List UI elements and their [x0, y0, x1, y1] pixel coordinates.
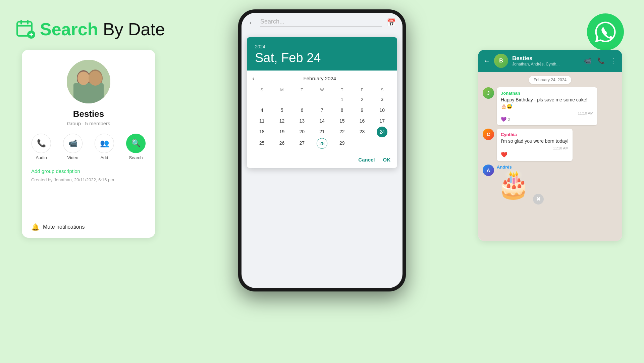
whatsapp-icon — [594, 20, 617, 44]
calendar-year: 2024 — [255, 44, 389, 49]
jonathan-sender-name: Jonathan — [501, 91, 593, 96]
cynthia-sender-name: Cynthia — [501, 132, 569, 137]
calendar-grid: S M T W T F S 1 2 3 — [252, 86, 392, 149]
cal-day-12[interactable]: 12 — [272, 116, 292, 126]
svg-point-11 — [77, 72, 90, 85]
cal-day-9[interactable]: 9 — [353, 105, 372, 115]
day-header-t2: T — [332, 86, 352, 94]
day-header-m: M — [272, 86, 292, 94]
day-header-f: F — [353, 86, 372, 94]
jonathan-avatar: J — [483, 87, 494, 99]
cal-day-22[interactable]: 22 — [332, 127, 352, 137]
calendar-prev-arrow[interactable]: ‹ — [252, 75, 255, 82]
jonathan-message-time: 11:10 AM — [501, 111, 593, 115]
avatar-image — [67, 60, 110, 103]
day-header-w: W — [312, 86, 332, 94]
calendar-dialog: 2024 Sat, Feb 24 ‹ February 2024 S M T W — [247, 37, 397, 168]
cal-day-13[interactable]: 13 — [292, 116, 312, 126]
calendar-month-label: February 2024 — [304, 76, 336, 81]
cal-day-empty-1 — [252, 94, 272, 104]
jonathan-reaction-emoji: 💜 — [501, 117, 506, 122]
cal-day-16[interactable]: 16 — [353, 116, 372, 126]
chat-panel: ← B Besties Jonathan, Andrés, Cynth... 📹… — [478, 50, 622, 241]
audio-icon-circle: 📞 — [32, 134, 51, 153]
cal-day-11[interactable]: 11 — [252, 116, 272, 126]
cal-day-empty-6 — [372, 138, 392, 149]
group-subtitle: Group · 5 members — [67, 121, 110, 126]
cal-day-27[interactable]: 27 — [292, 138, 312, 149]
andres-sticker: 🎂 — [497, 171, 530, 205]
cal-day-23[interactable]: 23 — [353, 127, 372, 137]
video-call-icon[interactable]: 📹 — [584, 57, 591, 64]
message-cynthia: C Cynthia I'm so glad you were born toda… — [483, 129, 618, 161]
phone-calendar-icon[interactable]: 📅 — [387, 18, 396, 27]
day-header-s2: S — [372, 86, 392, 94]
svg-rect-10 — [73, 83, 104, 103]
cal-day-3[interactable]: 3 — [372, 94, 392, 104]
cal-day-8[interactable]: 8 — [332, 105, 352, 115]
cal-day-empty-4 — [312, 94, 332, 104]
cal-day-17[interactable]: 17 — [372, 116, 392, 126]
cal-day-20[interactable]: 20 — [292, 127, 312, 137]
cal-day-15[interactable]: 15 — [332, 116, 352, 126]
cal-day-18[interactable]: 18 — [252, 127, 272, 137]
cynthia-reactions: ❤️ — [501, 151, 569, 158]
calendar-cancel-button[interactable]: Cancel — [358, 157, 375, 163]
search-icon-circle: 🔍 — [126, 134, 146, 153]
cal-day-21[interactable]: 21 — [312, 127, 332, 137]
voice-call-icon[interactable]: 📞 — [597, 57, 605, 64]
chat-group-info: Besties Jonathan, Andrés, Cynth... — [512, 55, 580, 66]
cal-day-4[interactable]: 4 — [252, 105, 272, 115]
chat-back-icon[interactable]: ← — [483, 57, 490, 65]
phone-topbar: ← Search... 📅 — [241, 13, 402, 31]
add-label: Add — [100, 155, 108, 160]
add-button[interactable]: 👥 Add — [91, 134, 118, 160]
cal-day-5[interactable]: 5 — [272, 105, 292, 115]
mute-notifications-row[interactable]: 🔔 Mute notifications — [29, 223, 85, 231]
day-header-t1: T — [292, 86, 312, 94]
calendar-header: 2024 Sat, Feb 24 — [247, 37, 397, 71]
chat-group-avatar: B — [494, 54, 508, 68]
whatsapp-logo — [587, 13, 624, 50]
phone-search-input[interactable]: Search... — [260, 18, 382, 27]
search-label: Search — [129, 155, 143, 160]
video-button[interactable]: 📹 Video — [59, 134, 87, 160]
phone-device: ← Search... 📅 2024 Sat, Feb 24 ‹ Februar… — [238, 9, 406, 291]
cal-day-2[interactable]: 2 — [353, 94, 372, 104]
chat-avatar-image: B — [494, 54, 508, 68]
cal-day-10[interactable]: 10 — [372, 105, 392, 115]
more-options-icon[interactable]: ⋮ — [611, 57, 617, 64]
video-label: Video — [67, 155, 78, 160]
header-title: Search By Date — [40, 20, 165, 38]
cal-day-26[interactable]: 26 — [272, 138, 292, 149]
cal-day-7[interactable]: 7 — [312, 105, 332, 115]
cynthia-message-bubble: Cynthia I'm so glad you were born today!… — [497, 129, 573, 161]
mute-label: Mute notifications — [43, 224, 85, 230]
cynthia-avatar: C — [483, 129, 494, 140]
cal-day-28-circled[interactable]: 28 — [317, 138, 327, 149]
message-jonathan: J Jonathan Happy Birthday - pls save me … — [483, 87, 618, 125]
cal-day-1[interactable]: 1 — [332, 94, 352, 104]
sticker-action-button[interactable]: ✖ — [533, 194, 544, 205]
jonathan-reaction-count: 2 — [508, 117, 510, 122]
cal-day-14[interactable]: 14 — [312, 116, 332, 126]
jonathan-message-bubble: Jonathan Happy Birthday - pls save me so… — [497, 87, 597, 125]
audio-label: Audio — [36, 155, 47, 160]
cal-day-24-selected[interactable]: 24 — [377, 127, 387, 137]
calendar-ok-button[interactable]: OK — [383, 157, 391, 163]
contact-info-panel: Besties Group · 5 members 📞 Audio 📹 Vide… — [22, 50, 155, 238]
cal-day-6[interactable]: 6 — [292, 105, 312, 115]
message-andres: A Andrés 🎂 ✖ — [483, 165, 618, 205]
cal-day-29[interactable]: 29 — [332, 138, 352, 149]
phone-screen: ← Search... 📅 2024 Sat, Feb 24 ‹ Februar… — [241, 13, 402, 288]
cal-day-25[interactable]: 25 — [252, 138, 272, 149]
created-by-text: Created by Jonathan, 20/11/2022, 6:16 pm — [29, 177, 114, 182]
search-button[interactable]: 🔍 Search — [122, 134, 150, 160]
cal-day-empty-5 — [353, 138, 372, 149]
audio-button[interactable]: 📞 Audio — [28, 134, 55, 160]
cal-day-19[interactable]: 19 — [272, 127, 292, 137]
add-description-link[interactable]: Add group description — [29, 168, 80, 174]
svg-point-12 — [89, 71, 102, 86]
jonathan-reactions: 💜 2 — [501, 117, 593, 122]
phone-back-icon[interactable]: ← — [248, 18, 256, 27]
